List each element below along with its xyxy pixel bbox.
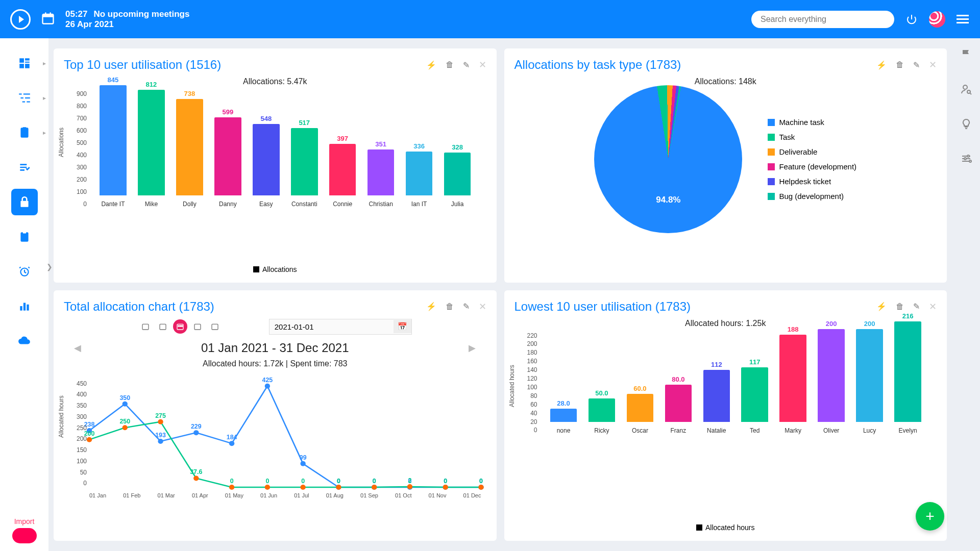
sidebar-checklist-icon[interactable] xyxy=(11,154,38,181)
close-icon[interactable]: ✕ xyxy=(929,59,937,70)
sidebar-barchart-icon[interactable] xyxy=(11,293,38,319)
svg-text:350: 350 xyxy=(119,394,130,401)
cal-week-button[interactable] xyxy=(156,319,170,334)
svg-point-77 xyxy=(407,484,412,489)
sidebar-lock-icon[interactable] xyxy=(11,189,38,215)
pencil-icon[interactable]: ✎ xyxy=(463,302,470,311)
date-range-label: 01 Jan 2021 - 31 Dec 2021 xyxy=(201,341,349,355)
lightbulb-icon[interactable] xyxy=(960,118,972,132)
svg-text:0: 0 xyxy=(444,478,447,485)
sidebar-clipboard-icon[interactable]: ▸ xyxy=(11,119,38,146)
svg-point-81 xyxy=(478,485,483,490)
bar-group: 738Dolly xyxy=(171,99,208,208)
bar-group: 328Julia xyxy=(439,153,476,208)
sliders-icon[interactable] xyxy=(960,153,972,167)
svg-rect-27 xyxy=(142,324,149,330)
left-sidebar: ▸ ▸ ▸ ❯ Import xyxy=(0,38,48,551)
next-arrow-icon[interactable]: ▶ xyxy=(469,342,476,354)
bolt-icon[interactable]: ⚡ xyxy=(876,60,887,70)
svg-point-43 xyxy=(229,441,234,446)
cal-quarter-button[interactable] xyxy=(190,319,205,334)
bar-group: 60.0Oscar xyxy=(621,394,658,434)
svg-point-47 xyxy=(300,461,305,466)
svg-rect-1 xyxy=(43,14,54,17)
svg-text:193: 193 xyxy=(155,432,166,439)
date-range-controls: 2021-01-01 📅 xyxy=(64,319,486,335)
pencil-icon[interactable]: ✎ xyxy=(913,60,920,70)
pie-main-label: 94.8% xyxy=(656,195,680,205)
svg-rect-12 xyxy=(23,93,30,94)
legend-item: Feature (development) xyxy=(768,162,856,171)
cal-day-button[interactable] xyxy=(138,319,153,334)
flag-icon[interactable] xyxy=(960,48,972,63)
bar-group: 812Mike xyxy=(133,90,170,208)
svg-point-73 xyxy=(336,485,341,490)
sidebar-dashboard-icon[interactable]: ▸ xyxy=(11,50,38,77)
svg-point-59 xyxy=(87,437,92,442)
chart-legend: Allocated hours xyxy=(514,523,937,532)
chart-legend: Allocations xyxy=(64,265,486,273)
svg-text:425: 425 xyxy=(262,376,273,383)
svg-rect-5 xyxy=(25,58,30,60)
svg-point-37 xyxy=(122,401,128,406)
sidebar-clipboard2-icon[interactable] xyxy=(11,223,38,250)
add-fab-button[interactable]: + xyxy=(916,502,944,531)
bolt-icon[interactable]: ⚡ xyxy=(426,302,436,311)
chart-summary: Allocated hours: 1.72k | Spent time: 783 xyxy=(64,359,486,368)
card-lowest10-utilisation: Lowest 10 user utilisation (1783) ⚡ 🗑 ✎ … xyxy=(504,290,947,541)
card-title: Lowest 10 user utilisation (1783) xyxy=(514,299,691,314)
bar-group: 112Natalie xyxy=(698,370,735,434)
calendar-picker-icon[interactable]: 📅 xyxy=(394,320,411,333)
import-label[interactable]: Import xyxy=(14,517,35,525)
cal-year-button[interactable] xyxy=(208,319,222,334)
svg-text:2: 2 xyxy=(408,477,411,484)
bolt-icon[interactable]: ⚡ xyxy=(426,60,436,70)
svg-point-26 xyxy=(969,160,971,162)
svg-point-67 xyxy=(229,485,234,490)
chevron-right-icon: ▸ xyxy=(43,60,46,67)
bar-group: 351Christian xyxy=(362,149,400,208)
trash-icon[interactable]: 🗑 xyxy=(446,60,454,69)
sidebar-alarm-icon[interactable] xyxy=(11,258,38,285)
svg-point-39 xyxy=(158,438,163,443)
bar-group: 200Oliver xyxy=(813,329,850,434)
svg-point-41 xyxy=(193,430,199,435)
cal-month-button[interactable] xyxy=(173,319,187,334)
svg-rect-13 xyxy=(25,97,30,98)
header-time: 05:27 xyxy=(65,9,87,19)
right-sidebar xyxy=(952,38,980,551)
bar-group: 845Dante IT xyxy=(94,85,132,208)
pencil-icon[interactable]: ✎ xyxy=(463,60,470,70)
bar-group: 397Connie xyxy=(324,144,361,208)
pie-legend: Machine taskTaskDeliverableFeature (deve… xyxy=(768,118,856,201)
trash-icon[interactable]: 🗑 xyxy=(896,60,904,69)
svg-rect-33 xyxy=(194,324,201,330)
svg-rect-34 xyxy=(212,324,218,330)
sidebar-cloud-icon[interactable] xyxy=(11,328,38,354)
power-icon[interactable] xyxy=(904,12,919,27)
svg-text:250: 250 xyxy=(119,418,130,425)
svg-rect-20 xyxy=(23,303,25,311)
bar-group: 548Easy xyxy=(248,124,285,208)
menu-icon[interactable] xyxy=(955,12,970,27)
red-fab-button[interactable] xyxy=(12,528,37,543)
pencil-icon[interactable]: ✎ xyxy=(913,302,920,311)
svg-rect-6 xyxy=(25,62,30,63)
trash-icon[interactable]: 🗑 xyxy=(446,302,454,311)
sidebar-hierarchy-icon[interactable]: ▸ xyxy=(11,85,38,111)
bolt-icon[interactable]: ⚡ xyxy=(876,302,887,311)
date-input[interactable]: 2021-01-01 📅 xyxy=(269,319,412,335)
svg-rect-17 xyxy=(22,231,26,233)
calendar-icon[interactable] xyxy=(41,11,55,28)
svg-rect-7 xyxy=(19,64,24,68)
logo-icon[interactable] xyxy=(10,9,31,30)
close-icon[interactable]: ✕ xyxy=(929,301,937,312)
svg-point-71 xyxy=(300,485,305,490)
trash-icon[interactable]: 🗑 xyxy=(896,302,904,311)
search-input[interactable] xyxy=(751,11,894,28)
person-search-icon[interactable] xyxy=(960,83,972,97)
close-icon[interactable]: ✕ xyxy=(479,301,486,312)
avatar[interactable] xyxy=(929,11,945,28)
close-icon[interactable]: ✕ xyxy=(479,59,486,70)
prev-arrow-icon[interactable]: ◀ xyxy=(74,342,81,354)
